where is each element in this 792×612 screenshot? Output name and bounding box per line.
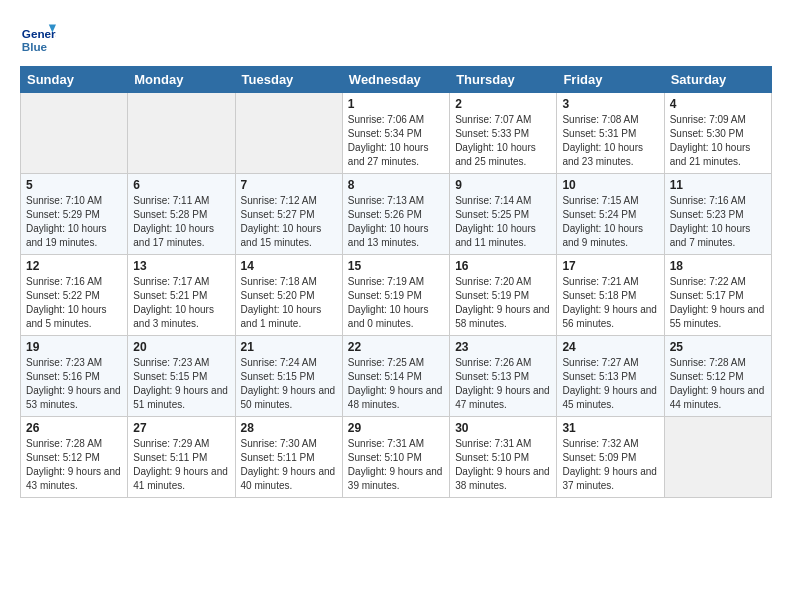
day-info: Sunrise: 7:18 AMSunset: 5:20 PMDaylight:… (241, 275, 337, 331)
day-info: Sunrise: 7:10 AMSunset: 5:29 PMDaylight:… (26, 194, 122, 250)
day-info: Sunrise: 7:07 AMSunset: 5:33 PMDaylight:… (455, 113, 551, 169)
weekday-header-sunday: Sunday (21, 67, 128, 93)
day-number: 10 (562, 178, 658, 192)
calendar-cell: 16Sunrise: 7:20 AMSunset: 5:19 PMDayligh… (450, 255, 557, 336)
calendar-cell: 11Sunrise: 7:16 AMSunset: 5:23 PMDayligh… (664, 174, 771, 255)
calendar-cell: 1Sunrise: 7:06 AMSunset: 5:34 PMDaylight… (342, 93, 449, 174)
calendar-cell: 17Sunrise: 7:21 AMSunset: 5:18 PMDayligh… (557, 255, 664, 336)
day-info: Sunrise: 7:08 AMSunset: 5:31 PMDaylight:… (562, 113, 658, 169)
header: General Blue (20, 20, 772, 56)
day-number: 26 (26, 421, 122, 435)
calendar-cell: 21Sunrise: 7:24 AMSunset: 5:15 PMDayligh… (235, 336, 342, 417)
calendar-cell: 3Sunrise: 7:08 AMSunset: 5:31 PMDaylight… (557, 93, 664, 174)
weekday-header-row: SundayMondayTuesdayWednesdayThursdayFrid… (21, 67, 772, 93)
day-info: Sunrise: 7:24 AMSunset: 5:15 PMDaylight:… (241, 356, 337, 412)
calendar-cell (664, 417, 771, 498)
day-info: Sunrise: 7:06 AMSunset: 5:34 PMDaylight:… (348, 113, 444, 169)
day-info: Sunrise: 7:13 AMSunset: 5:26 PMDaylight:… (348, 194, 444, 250)
calendar-cell: 26Sunrise: 7:28 AMSunset: 5:12 PMDayligh… (21, 417, 128, 498)
calendar-cell: 6Sunrise: 7:11 AMSunset: 5:28 PMDaylight… (128, 174, 235, 255)
day-info: Sunrise: 7:22 AMSunset: 5:17 PMDaylight:… (670, 275, 766, 331)
calendar-cell: 25Sunrise: 7:28 AMSunset: 5:12 PMDayligh… (664, 336, 771, 417)
day-info: Sunrise: 7:15 AMSunset: 5:24 PMDaylight:… (562, 194, 658, 250)
day-number: 8 (348, 178, 444, 192)
day-number: 19 (26, 340, 122, 354)
day-info: Sunrise: 7:19 AMSunset: 5:19 PMDaylight:… (348, 275, 444, 331)
calendar-cell: 12Sunrise: 7:16 AMSunset: 5:22 PMDayligh… (21, 255, 128, 336)
calendar-cell: 15Sunrise: 7:19 AMSunset: 5:19 PMDayligh… (342, 255, 449, 336)
day-number: 24 (562, 340, 658, 354)
calendar-cell: 13Sunrise: 7:17 AMSunset: 5:21 PMDayligh… (128, 255, 235, 336)
day-number: 15 (348, 259, 444, 273)
calendar-cell: 20Sunrise: 7:23 AMSunset: 5:15 PMDayligh… (128, 336, 235, 417)
svg-text:Blue: Blue (22, 40, 48, 53)
calendar-cell: 27Sunrise: 7:29 AMSunset: 5:11 PMDayligh… (128, 417, 235, 498)
day-info: Sunrise: 7:31 AMSunset: 5:10 PMDaylight:… (455, 437, 551, 493)
day-info: Sunrise: 7:25 AMSunset: 5:14 PMDaylight:… (348, 356, 444, 412)
weekday-header-wednesday: Wednesday (342, 67, 449, 93)
day-number: 11 (670, 178, 766, 192)
day-info: Sunrise: 7:23 AMSunset: 5:15 PMDaylight:… (133, 356, 229, 412)
calendar-cell: 24Sunrise: 7:27 AMSunset: 5:13 PMDayligh… (557, 336, 664, 417)
calendar-cell: 10Sunrise: 7:15 AMSunset: 5:24 PMDayligh… (557, 174, 664, 255)
day-number: 3 (562, 97, 658, 111)
day-number: 5 (26, 178, 122, 192)
day-number: 23 (455, 340, 551, 354)
calendar-cell: 31Sunrise: 7:32 AMSunset: 5:09 PMDayligh… (557, 417, 664, 498)
calendar-cell: 23Sunrise: 7:26 AMSunset: 5:13 PMDayligh… (450, 336, 557, 417)
day-info: Sunrise: 7:32 AMSunset: 5:09 PMDaylight:… (562, 437, 658, 493)
calendar-cell: 18Sunrise: 7:22 AMSunset: 5:17 PMDayligh… (664, 255, 771, 336)
week-row-5: 26Sunrise: 7:28 AMSunset: 5:12 PMDayligh… (21, 417, 772, 498)
day-number: 27 (133, 421, 229, 435)
day-number: 2 (455, 97, 551, 111)
day-info: Sunrise: 7:31 AMSunset: 5:10 PMDaylight:… (348, 437, 444, 493)
day-number: 4 (670, 97, 766, 111)
weekday-header-monday: Monday (128, 67, 235, 93)
calendar-cell: 28Sunrise: 7:30 AMSunset: 5:11 PMDayligh… (235, 417, 342, 498)
day-number: 7 (241, 178, 337, 192)
calendar-cell: 29Sunrise: 7:31 AMSunset: 5:10 PMDayligh… (342, 417, 449, 498)
day-info: Sunrise: 7:20 AMSunset: 5:19 PMDaylight:… (455, 275, 551, 331)
day-number: 14 (241, 259, 337, 273)
day-info: Sunrise: 7:11 AMSunset: 5:28 PMDaylight:… (133, 194, 229, 250)
calendar-table: SundayMondayTuesdayWednesdayThursdayFrid… (20, 66, 772, 498)
day-info: Sunrise: 7:28 AMSunset: 5:12 PMDaylight:… (26, 437, 122, 493)
day-info: Sunrise: 7:28 AMSunset: 5:12 PMDaylight:… (670, 356, 766, 412)
day-number: 13 (133, 259, 229, 273)
day-number: 22 (348, 340, 444, 354)
day-number: 12 (26, 259, 122, 273)
day-info: Sunrise: 7:09 AMSunset: 5:30 PMDaylight:… (670, 113, 766, 169)
day-info: Sunrise: 7:29 AMSunset: 5:11 PMDaylight:… (133, 437, 229, 493)
calendar-cell: 2Sunrise: 7:07 AMSunset: 5:33 PMDaylight… (450, 93, 557, 174)
day-info: Sunrise: 7:12 AMSunset: 5:27 PMDaylight:… (241, 194, 337, 250)
day-info: Sunrise: 7:26 AMSunset: 5:13 PMDaylight:… (455, 356, 551, 412)
day-number: 29 (348, 421, 444, 435)
day-number: 25 (670, 340, 766, 354)
calendar-cell: 5Sunrise: 7:10 AMSunset: 5:29 PMDaylight… (21, 174, 128, 255)
calendar-cell: 8Sunrise: 7:13 AMSunset: 5:26 PMDaylight… (342, 174, 449, 255)
day-info: Sunrise: 7:17 AMSunset: 5:21 PMDaylight:… (133, 275, 229, 331)
day-number: 9 (455, 178, 551, 192)
weekday-header-friday: Friday (557, 67, 664, 93)
day-info: Sunrise: 7:23 AMSunset: 5:16 PMDaylight:… (26, 356, 122, 412)
day-number: 21 (241, 340, 337, 354)
day-number: 28 (241, 421, 337, 435)
day-info: Sunrise: 7:16 AMSunset: 5:23 PMDaylight:… (670, 194, 766, 250)
day-number: 6 (133, 178, 229, 192)
calendar-cell: 4Sunrise: 7:09 AMSunset: 5:30 PMDaylight… (664, 93, 771, 174)
day-number: 17 (562, 259, 658, 273)
day-info: Sunrise: 7:30 AMSunset: 5:11 PMDaylight:… (241, 437, 337, 493)
day-number: 18 (670, 259, 766, 273)
logo: General Blue (20, 20, 60, 56)
day-info: Sunrise: 7:16 AMSunset: 5:22 PMDaylight:… (26, 275, 122, 331)
calendar-cell: 9Sunrise: 7:14 AMSunset: 5:25 PMDaylight… (450, 174, 557, 255)
weekday-header-tuesday: Tuesday (235, 67, 342, 93)
day-info: Sunrise: 7:14 AMSunset: 5:25 PMDaylight:… (455, 194, 551, 250)
weekday-header-thursday: Thursday (450, 67, 557, 93)
calendar-cell: 19Sunrise: 7:23 AMSunset: 5:16 PMDayligh… (21, 336, 128, 417)
calendar-cell (235, 93, 342, 174)
logo-icon: General Blue (20, 20, 56, 56)
day-number: 20 (133, 340, 229, 354)
week-row-4: 19Sunrise: 7:23 AMSunset: 5:16 PMDayligh… (21, 336, 772, 417)
day-number: 31 (562, 421, 658, 435)
